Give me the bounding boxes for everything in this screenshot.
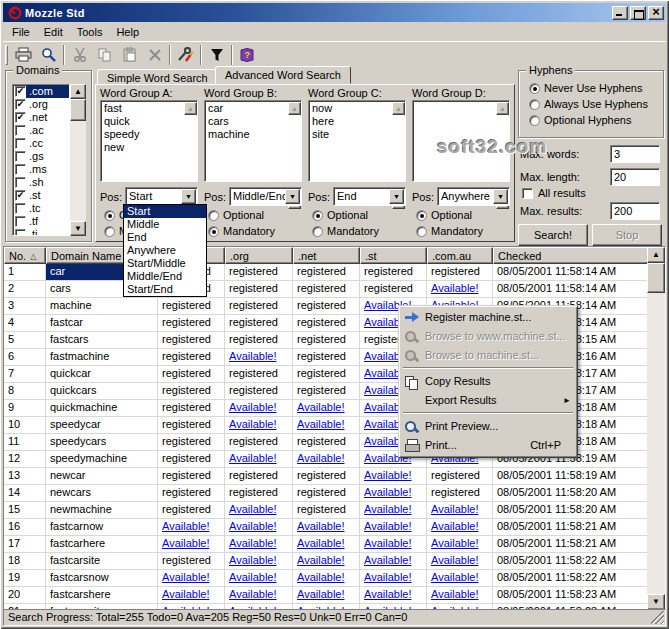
max-words-input[interactable]: 3 bbox=[610, 145, 660, 163]
domain-list-item[interactable]: .tj bbox=[13, 228, 69, 236]
context-menu-item[interactable]: Copy Results bbox=[401, 372, 575, 391]
maximize-icon[interactable] bbox=[630, 6, 646, 20]
domains-list[interactable]: ✔ .com ✔ .org ✔ .net .ac .cc .gs bbox=[12, 84, 70, 236]
domain-list-item[interactable]: .tc bbox=[13, 202, 69, 215]
col-com-au[interactable]: .com.au bbox=[427, 247, 493, 264]
optional-radio[interactable] bbox=[104, 210, 115, 221]
table-row[interactable]: 2 cars registered registered registered … bbox=[4, 281, 647, 298]
dropdown-option[interactable]: Start/Middle bbox=[124, 257, 206, 270]
domain-checkbox[interactable] bbox=[15, 151, 26, 162]
col-no[interactable]: No.△ bbox=[4, 247, 46, 264]
menu-tools[interactable]: Tools bbox=[70, 24, 110, 40]
domain-checkbox[interactable] bbox=[15, 216, 26, 227]
domain-checkbox[interactable] bbox=[15, 229, 26, 236]
context-menu-item[interactable]: Print Preview... bbox=[401, 417, 575, 436]
table-row[interactable]: 17 fastcarhere Available! Available! Ava… bbox=[4, 536, 647, 553]
scroll-up-icon[interactable]: ▲ bbox=[184, 102, 197, 115]
filter-button[interactable] bbox=[204, 44, 229, 66]
never-hyphens-radio[interactable] bbox=[529, 83, 540, 94]
chevron-down-icon[interactable]: ▼ bbox=[493, 189, 508, 204]
domain-list-item[interactable]: ✔ .net bbox=[13, 111, 69, 124]
options-button[interactable] bbox=[173, 44, 198, 66]
table-row[interactable]: 16 fastcarnow Available! Available! Avai… bbox=[4, 519, 647, 536]
domains-scrollbar[interactable]: ▲ ▼ bbox=[70, 84, 86, 236]
table-row[interactable]: 20 fastcarshere Available! Available! Av… bbox=[4, 587, 647, 604]
max-length-input[interactable]: 20 bbox=[610, 168, 660, 186]
optional-radio[interactable] bbox=[416, 210, 427, 221]
cut-button[interactable] bbox=[67, 44, 92, 66]
toolbar-grip[interactable] bbox=[5, 45, 8, 65]
mandatory-radio[interactable] bbox=[104, 226, 115, 237]
table-row[interactable]: 15 newmachine registered Available! regi… bbox=[4, 502, 647, 519]
dropdown-option[interactable]: Start/End bbox=[124, 283, 206, 296]
resize-grip[interactable] bbox=[651, 611, 664, 624]
max-results-input[interactable]: 200 bbox=[610, 202, 660, 220]
table-row[interactable]: 1 car registered registered registered r… bbox=[4, 264, 647, 281]
context-menu-item[interactable] bbox=[401, 365, 575, 372]
table-row[interactable]: 19 fastcarsnow Available! Available! Ava… bbox=[4, 570, 647, 587]
help-button[interactable]: ? bbox=[235, 44, 260, 66]
domain-list-item[interactable]: ✔ .st bbox=[13, 189, 69, 202]
paste-button[interactable] bbox=[117, 44, 142, 66]
context-menu-item[interactable] bbox=[401, 410, 575, 417]
scroll-up-icon[interactable]: ▲ bbox=[647, 247, 665, 263]
mandatory-radio[interactable] bbox=[312, 226, 323, 237]
pos-c-select[interactable]: End▼ bbox=[333, 187, 406, 206]
tab-simple-word-search[interactable]: Simple Word Search bbox=[97, 69, 218, 85]
domain-checkbox[interactable]: ✔ bbox=[15, 190, 26, 201]
chevron-down-icon[interactable]: ▼ bbox=[285, 189, 300, 204]
domain-list-item[interactable]: .ac bbox=[13, 124, 69, 137]
domain-checkbox[interactable] bbox=[15, 164, 26, 175]
domain-checkbox[interactable] bbox=[15, 125, 26, 136]
table-row[interactable]: 18 fastcarsite registered Available! Ava… bbox=[4, 553, 647, 570]
scroll-up-icon[interactable]: ▲ bbox=[288, 102, 301, 115]
dropdown-option[interactable]: End bbox=[124, 231, 206, 244]
chevron-down-icon[interactable]: ▼ bbox=[181, 189, 196, 204]
menu-edit[interactable]: Edit bbox=[37, 24, 70, 40]
close-icon[interactable] bbox=[648, 6, 664, 20]
domain-list-item[interactable]: .ms bbox=[13, 163, 69, 176]
dropdown-option[interactable]: Anywhere bbox=[124, 244, 206, 257]
copy-button[interactable] bbox=[92, 44, 117, 66]
mandatory-radio[interactable] bbox=[416, 226, 427, 237]
table-row[interactable]: 13 newcar registered registered register… bbox=[4, 468, 647, 485]
scroll-down-icon[interactable]: ▼ bbox=[647, 594, 665, 610]
scroll-up-icon[interactable]: ▲ bbox=[70, 84, 86, 99]
pos-b-select[interactable]: Middle/End▼ bbox=[229, 187, 302, 206]
print-button[interactable] bbox=[11, 44, 36, 66]
domain-checkbox[interactable] bbox=[15, 203, 26, 214]
dropdown-option[interactable]: Middle bbox=[124, 218, 206, 231]
domain-list-item[interactable]: .gs bbox=[13, 150, 69, 163]
optional-radio[interactable] bbox=[312, 210, 323, 221]
domain-checkbox[interactable]: ✔ bbox=[15, 99, 26, 110]
domain-list-item[interactable]: .tf bbox=[13, 215, 69, 228]
mandatory-radio[interactable] bbox=[208, 226, 219, 237]
menu-file[interactable]: File bbox=[5, 24, 37, 40]
col-org[interactable]: .org bbox=[225, 247, 293, 264]
dropdown-option[interactable]: Start bbox=[124, 205, 206, 218]
scrollbar-thumb[interactable] bbox=[647, 263, 665, 293]
scroll-up-icon[interactable]: ▲ bbox=[392, 102, 405, 115]
delete-button[interactable] bbox=[142, 44, 167, 66]
context-menu-item[interactable]: Export Results ► bbox=[401, 391, 575, 410]
context-menu-item[interactable]: Register machine.st... bbox=[401, 308, 575, 327]
domain-checkbox[interactable] bbox=[15, 138, 26, 149]
dropdown-option[interactable]: Middle/End bbox=[124, 270, 206, 283]
table-row[interactable]: 14 newcars registered registered registe… bbox=[4, 485, 647, 502]
domain-checkbox[interactable]: ✔ bbox=[15, 112, 26, 123]
search-button-main[interactable]: Search! bbox=[518, 224, 588, 246]
domain-checkbox[interactable]: ✔ bbox=[15, 86, 26, 97]
col-checked[interactable]: Checked bbox=[493, 247, 666, 264]
context-menu-item[interactable]: Print... Ctrl+P bbox=[401, 436, 575, 455]
minimize-icon[interactable] bbox=[612, 6, 628, 20]
optional-radio[interactable] bbox=[208, 210, 219, 221]
scroll-down-icon[interactable]: ▼ bbox=[70, 221, 86, 236]
stop-button[interactable]: Stop bbox=[592, 224, 662, 246]
scrollbar-thumb[interactable] bbox=[70, 99, 86, 121]
scroll-up-icon[interactable]: ▲ bbox=[496, 102, 509, 115]
tab-advanced-word-search[interactable]: Advanced Word Search bbox=[215, 66, 351, 84]
domain-list-item[interactable]: .sh bbox=[13, 176, 69, 189]
domain-list-item[interactable]: ✔ .com bbox=[13, 85, 69, 98]
always-hyphens-radio[interactable] bbox=[529, 99, 540, 110]
optional-hyphens-radio[interactable] bbox=[529, 115, 540, 126]
